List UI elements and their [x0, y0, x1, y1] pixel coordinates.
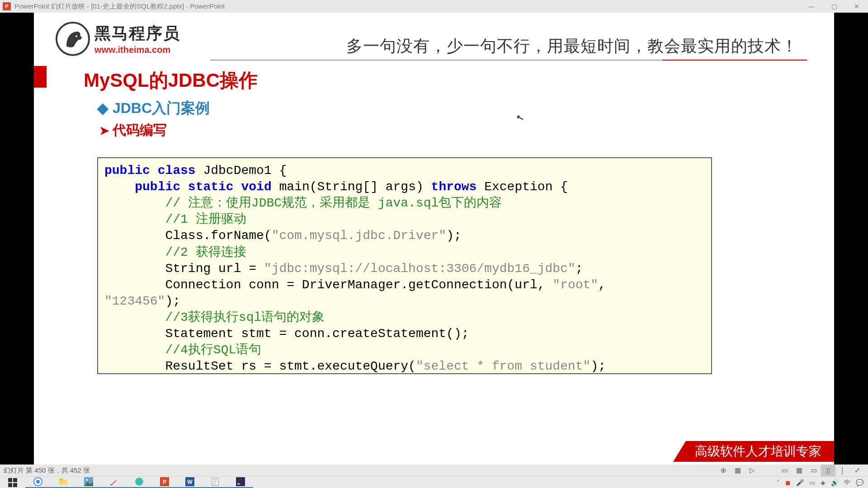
- code-comment: //1 注册驱动: [165, 212, 246, 226]
- code-text: );: [446, 229, 462, 243]
- svg-point-9: [86, 479, 88, 481]
- code-text: );: [590, 359, 606, 373]
- tray-sound-icon[interactable]: 🔊: [831, 479, 839, 486]
- reading-view-button[interactable]: ▭: [807, 465, 821, 476]
- code-kw: public: [104, 164, 150, 178]
- code-text: Statement stmt = conn.createStatement();: [165, 327, 469, 341]
- code-kw: class: [158, 164, 196, 178]
- code-text: ;: [576, 262, 583, 276]
- code-text: ,: [598, 278, 613, 292]
- notepad-icon[interactable]: [203, 477, 228, 488]
- tray-wifi-icon[interactable]: ◈: [821, 479, 826, 486]
- svg-rect-10: [110, 484, 112, 485]
- svg-rect-17: [236, 477, 245, 486]
- paint-icon[interactable]: [101, 477, 127, 488]
- code-string: "root": [552, 278, 598, 292]
- system-tray[interactable]: ˄ ◼ 🎤 ▭ ◈ 🔊 中 💬: [777, 479, 868, 487]
- play-icon[interactable]: ▷: [745, 465, 760, 476]
- horse-logo-icon: [56, 22, 90, 56]
- status-bar: 幻灯片 第 450 张，共 452 张 ⊕ ▦ ▷ ▭ ▦ ▭ ▯ │ ⤢: [0, 465, 868, 476]
- svg-rect-2: [8, 483, 12, 487]
- intellij-icon[interactable]: [228, 477, 253, 488]
- tray-app-icon[interactable]: ◼: [785, 479, 791, 486]
- grid-icon[interactable]: ▦: [731, 465, 745, 476]
- code-box: public class JdbcDemo1 { public static v…: [97, 157, 712, 374]
- svg-rect-3: [13, 483, 17, 487]
- code-text: Connection conn = DriverManager.getConne…: [165, 278, 552, 292]
- svg-rect-1: [13, 478, 17, 482]
- header-rule: [210, 60, 807, 61]
- code-comment: //3获得执行sql语句的对象: [165, 310, 325, 324]
- minimize-button[interactable]: —: [800, 0, 823, 13]
- presentation-stage: 黑马程序员 www.itheima.com 多一句没有，少一句不行，用最短时间，…: [0, 13, 868, 465]
- word-icon[interactable]: W: [177, 477, 203, 488]
- bullet-code-writing: 代码编写: [99, 121, 167, 140]
- code-comment: //4执行SQL语句: [165, 343, 261, 357]
- svg-point-11: [135, 478, 143, 486]
- slide[interactable]: 黑马程序员 www.itheima.com 多一句没有，少一句不行，用最短时间，…: [34, 13, 834, 465]
- code-string: "com.mysql.jdbc.Driver": [272, 229, 446, 243]
- zoom-icon[interactable]: ⊕: [716, 465, 731, 476]
- code-comment: // 注意：使用JDBC规范，采用都是 java.sql包下的内容: [165, 196, 502, 210]
- code-text: main(String[] args): [272, 180, 431, 194]
- tray-mic-icon[interactable]: 🎤: [796, 479, 804, 486]
- footer-badge: 高级软件人才培训专家: [673, 441, 834, 462]
- tagline: 多一句没有，少一句不行，用最短时间，教会最实用的技术！: [346, 35, 798, 57]
- code-string: "jdbc:mysql://localhost:3306/mydb16_jdbc…: [264, 262, 576, 276]
- code-text: JdbcDemo1 {: [196, 164, 287, 178]
- code-kw: static: [188, 180, 234, 194]
- cursor-icon: ↖: [515, 111, 525, 124]
- svg-rect-0: [8, 478, 12, 482]
- svg-text:P: P: [163, 479, 166, 485]
- logo-text-cn: 黑马程序员: [94, 23, 180, 45]
- svg-point-5: [36, 480, 40, 483]
- close-button[interactable]: ✕: [845, 0, 868, 13]
- slide-title: MySQL的JDBC操作: [84, 68, 258, 93]
- bullet-jdbc-case: JDBC入门案例: [97, 99, 210, 118]
- code-kw: void: [241, 180, 272, 194]
- taskbar: P W ˄ ◼ 🎤 ▭ ◈ 🔊 中 💬: [0, 476, 868, 488]
- code-kw: throws: [431, 180, 477, 194]
- svg-rect-18: [237, 483, 240, 484]
- code-kw: public: [135, 180, 180, 194]
- tray-ime-icon[interactable]: 中: [844, 479, 850, 487]
- code-text: Class.forName(: [165, 229, 271, 243]
- fit-button[interactable]: ⤢: [850, 465, 864, 476]
- tray-notification-icon[interactable]: 💬: [856, 479, 863, 486]
- normal-view-button[interactable]: ▭: [778, 465, 792, 476]
- window-title: PowerPoint 幻灯片放映 - [01-史上最全的SQL教程2.pptx]…: [14, 2, 225, 11]
- sorter-view-button[interactable]: ▦: [792, 465, 807, 476]
- chrome-icon[interactable]: [25, 477, 51, 488]
- code-text: Exception {: [476, 180, 568, 194]
- code-text: ResultSet rs = stmt.executeQuery(: [165, 359, 416, 373]
- code-string: "select * from student": [416, 359, 590, 373]
- slide-counter: 幻灯片 第 450 张，共 452 张: [4, 466, 90, 475]
- logo-block: 黑马程序员 www.itheima.com: [56, 22, 180, 56]
- edge-icon[interactable]: [127, 477, 152, 488]
- file-explorer-icon[interactable]: [51, 477, 76, 488]
- maximize-button[interactable]: ▢: [823, 0, 845, 13]
- tray-chevron-icon[interactable]: ˄: [777, 479, 780, 486]
- powerpoint-taskbar-icon[interactable]: P: [152, 477, 177, 488]
- powerpoint-icon: P: [3, 2, 11, 10]
- svg-rect-7: [59, 479, 63, 480]
- slideshow-view-button[interactable]: ▯: [821, 465, 835, 476]
- svg-text:W: W: [187, 479, 193, 485]
- code-text: );: [165, 294, 180, 308]
- tray-battery-icon[interactable]: ▭: [809, 479, 815, 486]
- code-comment: //2 获得连接: [165, 245, 246, 259]
- window-titlebar: P PowerPoint 幻灯片放映 - [01-史上最全的SQL教程2.ppt…: [0, 0, 868, 13]
- image-viewer-icon[interactable]: [76, 477, 101, 488]
- code-string: "123456": [104, 294, 165, 308]
- code-text: String url =: [165, 262, 264, 276]
- divider: │: [835, 465, 850, 476]
- start-button[interactable]: [0, 477, 25, 488]
- logo-text-url: www.itheima.com: [94, 45, 180, 55]
- red-accent-box: [34, 66, 47, 88]
